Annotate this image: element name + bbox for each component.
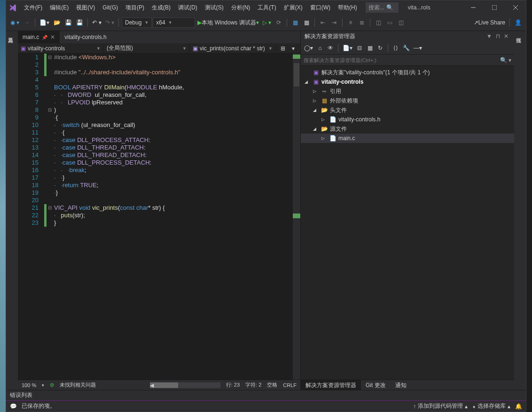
se-search-input[interactable] bbox=[304, 57, 500, 63]
menu-调试(D)[interactable]: 调试(D) bbox=[174, 0, 201, 15]
se-collapse-button[interactable]: ⊟ bbox=[355, 42, 364, 54]
se-preview-button[interactable]: —▾ bbox=[412, 42, 423, 54]
close-button[interactable] bbox=[505, 0, 526, 15]
undo-button[interactable]: ↶ ▾ bbox=[91, 17, 102, 28]
nav-back-button[interactable]: ◉ ▾ bbox=[9, 17, 21, 28]
tb-icon-9[interactable]: ◫ bbox=[396, 17, 406, 28]
solution-tree: ▣ 解决方案"vitality-controls"(1 个项目/共 1 个) ◢… bbox=[301, 66, 514, 380]
editor-scrollbar[interactable] bbox=[293, 54, 300, 380]
menu-窗口(W)[interactable]: 窗口(W) bbox=[306, 0, 334, 15]
menu-项目(P)[interactable]: 项目(P) bbox=[122, 0, 148, 15]
se-search[interactable]: 🔍 ▾ bbox=[301, 55, 514, 66]
menu-生成(B)[interactable]: 生成(B) bbox=[148, 0, 174, 15]
h-scrollbar[interactable]: ◀ bbox=[150, 382, 220, 388]
se-showall-button[interactable]: ▦ bbox=[365, 42, 375, 54]
se-doc-button[interactable]: 📄▾ bbox=[341, 42, 354, 54]
se-tab-explorer[interactable]: 解决方案资源管理器 bbox=[301, 380, 361, 390]
toolbox-tab[interactable]: 工具箱 bbox=[6, 31, 15, 390]
live-share-button[interactable]: ↗ Live Share bbox=[472, 17, 507, 28]
file-tab-header[interactable]: vitality-controls.h bbox=[60, 31, 111, 43]
sources-folder[interactable]: ◢📂源文件 bbox=[301, 124, 514, 134]
nav-scope-combo[interactable]: (全局范围)▼ bbox=[104, 44, 190, 52]
tb-icon-3[interactable]: ▦ bbox=[301, 17, 312, 28]
se-title: 解决方案资源管理器 ▼ ⊓ ✕ bbox=[301, 31, 514, 41]
file-tab-main[interactable]: main.c 📌 ✕ bbox=[18, 31, 60, 43]
code-nav-bar: ▣vitality-controls▼ (全局范围)▼ ▣vic_prints(… bbox=[18, 43, 300, 54]
platform-dropdown[interactable]: x64▼ bbox=[153, 17, 195, 28]
tb-icon-8[interactable]: ▭ bbox=[384, 17, 395, 28]
se-sync-button[interactable]: 👁 bbox=[326, 42, 335, 54]
source-file[interactable]: ▷📄main.c bbox=[301, 134, 514, 143]
menu-工具(T)[interactable]: 工具(T) bbox=[254, 0, 280, 15]
vs-logo-icon bbox=[6, 0, 20, 15]
new-file-button[interactable]: 📄▾ bbox=[38, 17, 51, 28]
select-repo[interactable]: ⬧ 选择存储库 ▴ bbox=[472, 402, 510, 410]
outdent-button[interactable]: ⇤ bbox=[318, 17, 328, 28]
menu-编辑(E)[interactable]: 编辑(E) bbox=[46, 0, 72, 15]
se-tab-git[interactable]: Git 更改 bbox=[361, 380, 391, 390]
se-refresh-button[interactable]: ↻ bbox=[376, 42, 385, 54]
se-code-button[interactable]: ⟨⟩ bbox=[391, 42, 400, 54]
bookmark-button[interactable]: ◫ bbox=[373, 17, 383, 28]
error-list-tab[interactable]: 错误列表 bbox=[6, 390, 526, 400]
se-toolbar: ◯▾ ⌂ 👁 📄▾ ⊟ ▦ ↻ ⟨⟩ 🔧 —▾ bbox=[301, 41, 514, 55]
se-dropdown-icon[interactable]: ▼ bbox=[485, 33, 493, 40]
status-bar: 💬 已保存的项。 ↑ 添加到源代码管理 ▴ ⬧ 选择存储库 ▴ 🔔 bbox=[6, 400, 526, 412]
external-deps-node[interactable]: ▷▦外部依赖项 bbox=[301, 96, 514, 105]
properties-tab[interactable]: 属性 bbox=[514, 31, 523, 390]
project-node[interactable]: ◢▣ vitality-controls bbox=[301, 77, 514, 87]
refs-node[interactable]: ▷▫▫引用 bbox=[301, 87, 514, 96]
output-icon[interactable]: 💬 bbox=[10, 403, 17, 410]
add-source-control[interactable]: ↑ 添加到源代码管理 ▴ bbox=[413, 402, 468, 410]
comment-button[interactable]: ≡ bbox=[345, 17, 356, 28]
admin-button[interactable]: 👤 bbox=[513, 17, 523, 28]
se-props-button[interactable]: 🔧 bbox=[401, 42, 411, 54]
save-button[interactable]: 💾 bbox=[63, 17, 73, 28]
start-nodebug-button[interactable]: ▷ ▾ bbox=[261, 17, 273, 28]
solution-node[interactable]: ▣ 解决方案"vitality-controls"(1 个项目/共 1 个) bbox=[301, 68, 514, 77]
config-dropdown[interactable]: Debug▼ bbox=[122, 17, 152, 28]
menu-视图(V)[interactable]: 视图(V) bbox=[72, 0, 99, 15]
nav-member-combo[interactable]: ▣vic_prints(const char * str)▼ bbox=[190, 45, 276, 52]
headers-folder[interactable]: ◢📂头文件 bbox=[301, 105, 514, 115]
minimize-button[interactable] bbox=[462, 0, 484, 15]
zoom-level[interactable]: 100 % bbox=[22, 382, 36, 388]
menu-测试(S)[interactable]: 测试(S) bbox=[201, 0, 227, 15]
se-tab-notify[interactable]: 通知 bbox=[391, 380, 411, 390]
svg-rect-1 bbox=[492, 5, 497, 10]
redo-button[interactable]: ↷ ▾ bbox=[104, 17, 116, 28]
nav-expand-button[interactable]: ▾ bbox=[288, 43, 298, 54]
main-toolbar: ◉ ▾ → 📄▾ 📂 💾 💾 ↶ ▾ ↷ ▾ Debug▼ x64▼ ▶ 本地 … bbox=[6, 15, 526, 31]
maximize-button[interactable] bbox=[484, 0, 505, 15]
se-close-icon[interactable]: ✕ bbox=[502, 33, 510, 40]
tb-icon-1[interactable]: ⟳ bbox=[274, 17, 284, 28]
bell-icon[interactable]: 🔔 bbox=[515, 403, 522, 410]
se-back-button[interactable]: ◯▾ bbox=[303, 42, 314, 54]
se-pin-icon[interactable]: ⊓ bbox=[493, 33, 502, 40]
spaces-label[interactable]: 空格 bbox=[267, 381, 277, 388]
title-search[interactable]: 搜索...🔍 bbox=[366, 2, 399, 13]
indent-button[interactable]: ⇥ bbox=[329, 17, 339, 28]
uncomment-button[interactable]: ≣ bbox=[357, 17, 367, 28]
se-bottom-tabs: 解决方案资源管理器 Git 更改 通知 bbox=[301, 380, 514, 390]
header-file[interactable]: ▷📄vitality-controls.h bbox=[301, 115, 514, 124]
pin-icon[interactable]: 📌 bbox=[42, 35, 47, 40]
close-icon[interactable]: ✕ bbox=[50, 34, 55, 40]
nav-fwd-button[interactable]: → bbox=[22, 17, 32, 28]
menu-帮助(H)[interactable]: 帮助(H) bbox=[334, 0, 361, 15]
right-rail: 属性 bbox=[514, 31, 526, 390]
tb-icon-2[interactable]: ▦ bbox=[290, 17, 300, 28]
split-button[interactable]: ⊞ bbox=[278, 43, 288, 54]
crlf-label[interactable]: CRLF bbox=[283, 382, 297, 388]
menu-扩展(X)[interactable]: 扩展(X) bbox=[280, 0, 306, 15]
nav-project-combo[interactable]: ▣vitality-controls▼ bbox=[18, 45, 104, 52]
menu-Git(G)[interactable]: Git(G) bbox=[99, 0, 122, 15]
save-all-button[interactable]: 💾 bbox=[74, 17, 85, 28]
open-button[interactable]: 📂 bbox=[52, 17, 62, 28]
vs-window: 文件(F)编辑(E)视图(V)Git(G)项目(P)生成(B)调试(D)测试(S… bbox=[6, 0, 526, 412]
se-home-button[interactable]: ⌂ bbox=[315, 42, 325, 54]
menu-文件(F)[interactable]: 文件(F) bbox=[20, 0, 46, 15]
code-editor[interactable]: 1234567891011121314151617181920212223 ⊟⊟… bbox=[18, 54, 300, 380]
menu-分析(N)[interactable]: 分析(N) bbox=[227, 0, 254, 15]
start-debug-button[interactable]: ▶ 本地 Windows 调试器 ▾ bbox=[196, 17, 260, 28]
